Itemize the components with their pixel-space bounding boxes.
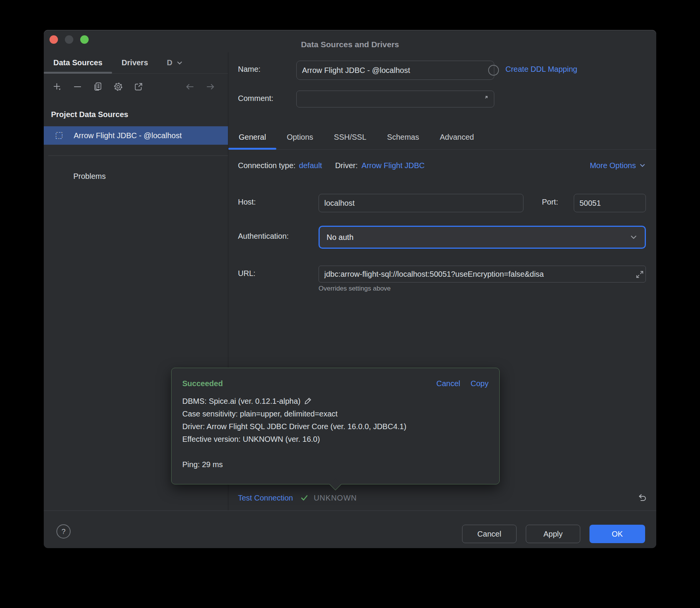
cancel-button[interactable]: Cancel: [462, 525, 517, 543]
test-connection-status: UNKNOWN: [314, 494, 357, 502]
ok-button[interactable]: OK: [589, 525, 645, 543]
authentication-row: Authentication: No auth: [228, 226, 656, 249]
desktop-background: Data Sources and Drivers Data Sources Dr…: [0, 0, 700, 608]
authentication-value: No auth: [327, 233, 353, 242]
back-icon[interactable]: [185, 82, 195, 92]
popup-cancel-link[interactable]: Cancel: [436, 379, 460, 388]
tab-ddl-label: D: [167, 58, 172, 67]
driver-icon: [55, 131, 63, 140]
sidebar-item-problems[interactable]: Problems: [73, 172, 106, 181]
help-label: ?: [61, 527, 66, 536]
sidebar-item-label: Arrow Flight JDBC - @localhost: [74, 131, 182, 140]
name-label: Name:: [238, 65, 261, 74]
add-icon[interactable]: [52, 82, 62, 92]
authentication-select[interactable]: No auth: [319, 226, 646, 249]
host-label: Host:: [238, 198, 256, 207]
comment-label: Comment:: [238, 94, 273, 103]
tab-general[interactable]: General: [228, 125, 276, 149]
test-connection-row: Test Connection UNKNOWN: [228, 489, 656, 506]
url-row: URL: jdbc:arrow-flight-sql://localhost:5…: [228, 266, 656, 283]
popup-header: Succeeded Cancel Copy: [182, 378, 489, 389]
sidebar-toolbar: [44, 74, 228, 100]
popup-body: DBMS: Spice.ai (ver. 0.12.1-alpha) Case …: [182, 395, 489, 471]
expand-icon[interactable]: [635, 269, 645, 279]
pencil-icon[interactable]: [304, 397, 312, 405]
dbms-text: DBMS: Spice.ai (ver. 0.12.1-alpha): [182, 397, 300, 405]
url-input[interactable]: jdbc:arrow-flight-sql://localhost:50051?…: [319, 266, 646, 283]
more-options-label: More Options: [590, 161, 636, 170]
tab-ddl-truncated[interactable]: D: [158, 52, 188, 73]
tab-drivers[interactable]: Drivers: [112, 52, 158, 73]
connection-result-popup: Succeeded Cancel Copy DBMS: Spice.ai (ve…: [171, 368, 500, 484]
dialog-footer: ? Cancel Apply OK: [44, 511, 656, 548]
chevron-down-icon: [629, 233, 638, 241]
data-sources-dialog: Data Sources and Drivers Data Sources Dr…: [44, 30, 656, 548]
sidebar-tab-strip: Data Sources Drivers D: [44, 52, 228, 74]
window-title: Data Sources and Drivers: [44, 40, 656, 49]
popup-line-case: Case sensitivity: plain=upper, delimited…: [182, 408, 489, 420]
port-label: Port:: [542, 198, 558, 207]
tab-data-sources-label: Data Sources: [53, 58, 102, 67]
driver-label: Driver:: [335, 161, 358, 170]
tab-schemas[interactable]: Schemas: [377, 125, 429, 149]
comment-row: Comment:: [228, 91, 656, 107]
comment-input[interactable]: [296, 91, 494, 107]
tab-schemas-label: Schemas: [387, 133, 419, 142]
popup-line-dbms: DBMS: Spice.ai (ver. 0.12.1-alpha): [182, 395, 489, 408]
popup-status: Succeeded: [182, 379, 223, 388]
host-input[interactable]: [319, 194, 523, 212]
port-input[interactable]: [574, 194, 646, 212]
tab-data-sources[interactable]: Data Sources: [44, 52, 112, 73]
copy-stack-icon[interactable]: [93, 82, 103, 92]
popup-actions: Cancel Copy: [436, 379, 489, 388]
check-icon: [300, 493, 309, 502]
remove-icon[interactable]: [73, 82, 83, 92]
tab-ssh-ssl-label: SSH/SSL: [334, 133, 366, 142]
connection-type-row: Connection type: default Driver: Arrow F…: [238, 158, 646, 173]
authentication-label: Authentication:: [238, 232, 289, 241]
open-in-new-icon[interactable]: [134, 82, 144, 92]
tab-advanced-label: Advanced: [440, 133, 474, 142]
popup-copy-link[interactable]: Copy: [471, 379, 489, 388]
tab-ssh-ssl[interactable]: SSH/SSL: [324, 125, 376, 149]
sidebar-item-arrow-flight[interactable]: Arrow Flight JDBC - @localhost: [44, 126, 228, 145]
driver-value-link[interactable]: Arrow Flight JDBC: [362, 161, 424, 170]
name-row: Name: Create DDL Mapping: [228, 61, 656, 80]
more-options-link[interactable]: More Options: [590, 161, 646, 170]
name-input[interactable]: [296, 61, 494, 80]
settings-tab-strip: General Options SSH/SSL Schemas Advanced: [228, 125, 656, 150]
tab-advanced[interactable]: Advanced: [429, 125, 484, 149]
host-port-row: Host: Port:: [228, 194, 656, 212]
popup-line-driver: Driver: Arrow Flight SQL JDBC Driver Cor…: [182, 420, 489, 433]
chevron-down-icon: [639, 162, 646, 169]
chevron-down-icon[interactable]: [176, 59, 183, 66]
expand-icon[interactable]: [480, 94, 489, 103]
apply-button[interactable]: Apply: [526, 525, 580, 543]
tab-options[interactable]: Options: [276, 125, 324, 149]
url-hint: Overrides settings above: [319, 285, 391, 292]
url-label: URL:: [238, 269, 256, 278]
project-data-sources-header: Project Data Sources: [51, 110, 128, 119]
sidebar-divider: [48, 155, 228, 156]
create-ddl-mapping-link[interactable]: Create DDL Mapping: [505, 65, 577, 74]
footer-buttons: Cancel Apply OK: [462, 525, 645, 543]
popup-line-effective: Effective version: UNKNOWN (ver. 16.0): [182, 433, 489, 446]
help-icon[interactable]: ?: [56, 524, 71, 539]
forward-icon[interactable]: [205, 82, 215, 92]
gear-icon[interactable]: [113, 82, 123, 92]
connection-type-label: Connection type:: [238, 161, 296, 170]
popup-line-ping: Ping: 29 ms: [182, 458, 489, 471]
undo-icon[interactable]: [637, 492, 647, 503]
connection-status-circle: [488, 65, 499, 76]
tab-general-label: General: [239, 133, 266, 142]
test-connection-link[interactable]: Test Connection: [238, 494, 293, 502]
tab-options-label: Options: [287, 133, 313, 142]
connection-type-value-link[interactable]: default: [299, 161, 322, 170]
tab-drivers-label: Drivers: [122, 58, 148, 67]
title-bar: Data Sources and Drivers: [44, 30, 656, 52]
url-value: jdbc:arrow-flight-sql://localhost:50051?…: [324, 270, 544, 279]
